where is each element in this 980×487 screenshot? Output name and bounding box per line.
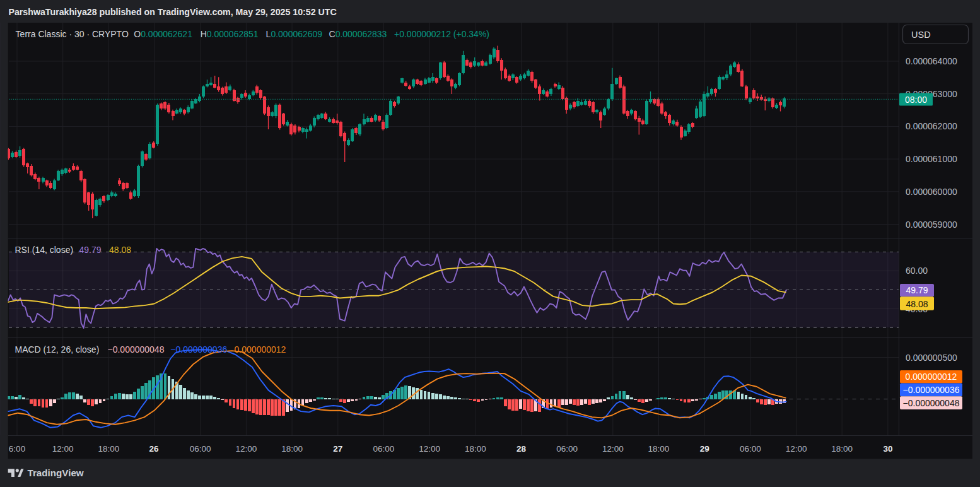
svg-text:MACD (12, 26, close)−0.0000000: MACD (12, 26, close)−0.000000048−0.00000… bbox=[15, 344, 286, 355]
svg-text:0.000060000: 0.000060000 bbox=[906, 187, 957, 197]
svg-text:18:00: 18:00 bbox=[831, 444, 853, 454]
svg-text:12:00: 12:00 bbox=[52, 444, 74, 454]
svg-text:12:00: 12:00 bbox=[786, 444, 807, 454]
svg-text:12:00: 12:00 bbox=[419, 444, 440, 454]
svg-text:06:00: 06:00 bbox=[556, 444, 578, 454]
svg-text:06:00: 06:00 bbox=[373, 444, 395, 454]
svg-text:0.000061000: 0.000061000 bbox=[906, 154, 957, 164]
svg-text:28: 28 bbox=[516, 444, 527, 454]
svg-text:−0.000000048: −0.000000048 bbox=[903, 398, 960, 408]
svg-text:ParshwaTurakhiya28 published o: ParshwaTurakhiya28 published on TradingV… bbox=[9, 7, 337, 17]
svg-text:6:00: 6:00 bbox=[9, 444, 25, 454]
svg-text:08:00: 08:00 bbox=[905, 95, 927, 105]
svg-text:0.000062000: 0.000062000 bbox=[906, 121, 957, 131]
svg-text:Terra Classic · 30 · CRYPTOO0.: Terra Classic · 30 · CRYPTOO0.000062621H… bbox=[16, 29, 489, 39]
svg-text:49.79: 49.79 bbox=[906, 285, 928, 295]
svg-text:RSI (14, close)49.7948.08: RSI (14, close)49.7948.08 bbox=[15, 245, 132, 255]
svg-text:USD: USD bbox=[911, 30, 931, 40]
svg-text:−0.000000036: −0.000000036 bbox=[903, 385, 960, 395]
svg-text:12:00: 12:00 bbox=[236, 444, 257, 454]
svg-text:18:00: 18:00 bbox=[281, 444, 303, 454]
svg-text:0.000064000: 0.000064000 bbox=[906, 56, 957, 66]
svg-text:0.000000500: 0.000000500 bbox=[906, 353, 957, 363]
svg-text:06:00: 06:00 bbox=[190, 444, 211, 454]
svg-text:18:00: 18:00 bbox=[98, 444, 120, 454]
svg-text:30: 30 bbox=[883, 444, 892, 454]
svg-text:27: 27 bbox=[333, 444, 342, 454]
svg-text:TradingView: TradingView bbox=[28, 467, 84, 478]
svg-text:48.08: 48.08 bbox=[906, 299, 928, 309]
svg-text:12:00: 12:00 bbox=[602, 444, 624, 454]
svg-text:0.000000012: 0.000000012 bbox=[906, 372, 957, 382]
svg-text:26: 26 bbox=[149, 444, 159, 454]
svg-text:60.00: 60.00 bbox=[906, 266, 928, 276]
svg-text:0.000059000: 0.000059000 bbox=[906, 220, 957, 230]
svg-text:06:00: 06:00 bbox=[740, 444, 761, 454]
svg-text:18:00: 18:00 bbox=[465, 444, 486, 454]
svg-text:29: 29 bbox=[700, 444, 709, 454]
svg-text:18:00: 18:00 bbox=[648, 444, 670, 454]
